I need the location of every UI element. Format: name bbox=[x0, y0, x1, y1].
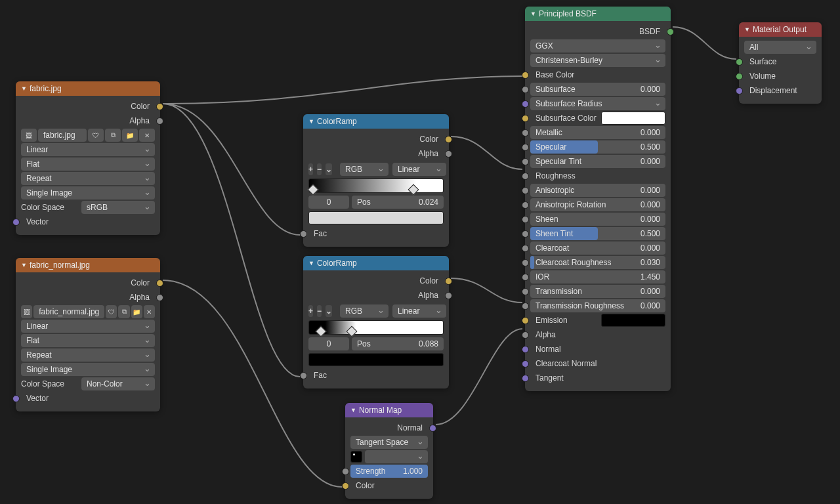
node-normal-map[interactable]: ▼Normal Map Normal Tangent Space Strengt… bbox=[345, 403, 433, 499]
socket-tangent-in[interactable] bbox=[522, 375, 529, 382]
socket-trans-in[interactable] bbox=[522, 288, 529, 295]
colorspace-select[interactable]: Non-Color bbox=[81, 377, 155, 390]
add-stop-button[interactable]: + bbox=[308, 305, 313, 317]
color-chip[interactable] bbox=[308, 211, 444, 224]
interp-select[interactable]: Linear bbox=[392, 304, 446, 318]
image-filename[interactable]: fabric.jpg bbox=[38, 129, 87, 142]
unlink-icon[interactable]: ✕ bbox=[144, 305, 155, 318]
socket-metallic-in[interactable] bbox=[522, 129, 529, 136]
spectint-field[interactable]: Specular Tint0.000 bbox=[530, 155, 665, 168]
sheen-field[interactable]: Sheen0.000 bbox=[530, 213, 665, 226]
target-select[interactable]: All bbox=[744, 41, 816, 54]
colormode-select[interactable]: RGB bbox=[340, 163, 388, 176]
socket-spectint-in[interactable] bbox=[522, 158, 529, 165]
distribution-select[interactable]: GGX bbox=[530, 39, 665, 52]
node-material-output[interactable]: ▼Material Output All Surface Volume Disp… bbox=[739, 22, 822, 104]
stop-index[interactable]: 0 bbox=[308, 196, 349, 209]
socket-fac-in[interactable] bbox=[300, 372, 307, 379]
menu-chevron-icon[interactable]: ⌄ bbox=[326, 163, 332, 175]
socket-clearr-in[interactable] bbox=[522, 259, 529, 266]
ssradius-select[interactable]: Subsurface Radius bbox=[530, 97, 665, 110]
socket-color-out[interactable] bbox=[445, 136, 452, 143]
node-header[interactable]: ▼ColorRamp bbox=[303, 256, 449, 270]
open-icon[interactable]: 📁 bbox=[122, 129, 138, 142]
node-image-texture-normal[interactable]: ▼fabric_normal.jpg Color Alpha 🖼 fabric_… bbox=[16, 258, 160, 411]
socket-vector-in[interactable] bbox=[12, 395, 20, 402]
image-filename[interactable]: fabric_normal.jpg bbox=[33, 305, 104, 318]
clearcoat-field[interactable]: Clearcoat0.000 bbox=[530, 242, 665, 255]
socket-strength-in[interactable] bbox=[342, 468, 349, 475]
colorspace-select[interactable]: sRGB bbox=[81, 201, 155, 214]
projection-select[interactable]: Flat bbox=[21, 158, 155, 171]
socket-alpha-out[interactable] bbox=[445, 292, 452, 299]
color-chip[interactable] bbox=[308, 353, 444, 366]
pos-value[interactable]: 0.024 bbox=[419, 196, 438, 209]
subsurface-field[interactable]: Subsurface0.000 bbox=[530, 83, 665, 96]
socket-subsurface-in[interactable] bbox=[522, 86, 529, 93]
socket-sscolor-in[interactable] bbox=[522, 115, 529, 122]
anisor-field[interactable]: Anisotropic Rotation0.000 bbox=[530, 198, 665, 211]
transmission-field[interactable]: Transmission0.000 bbox=[530, 285, 665, 298]
extension-select[interactable]: Repeat bbox=[21, 348, 155, 362]
stop-index[interactable]: 0 bbox=[308, 337, 349, 350]
socket-color-out[interactable] bbox=[156, 280, 163, 287]
socket-volume-in[interactable] bbox=[736, 73, 743, 80]
node-header[interactable]: ▼fabric.jpg bbox=[16, 81, 160, 96]
socket-color-out[interactable] bbox=[156, 103, 163, 110]
color-stop[interactable] bbox=[346, 326, 358, 337]
socket-alpha-out[interactable] bbox=[156, 294, 163, 301]
interpolation-select[interactable]: Linear bbox=[21, 320, 155, 333]
add-stop-button[interactable]: + bbox=[308, 163, 313, 175]
socket-anisor-in[interactable] bbox=[522, 201, 529, 209]
node-header[interactable]: ▼Principled BSDF bbox=[525, 7, 671, 21]
colormode-select[interactable]: RGB bbox=[340, 304, 388, 318]
source-select[interactable]: Single Image bbox=[21, 363, 155, 376]
socket-disp-in[interactable] bbox=[736, 87, 743, 94]
copy-icon[interactable]: ⧉ bbox=[105, 129, 121, 142]
open-icon[interactable]: 📁 bbox=[131, 305, 142, 318]
source-select[interactable]: Single Image bbox=[21, 186, 155, 200]
node-image-texture-fabric[interactable]: ▼fabric.jpg Color Alpha 🖼 fabric.jpg 🛡 ⧉… bbox=[16, 81, 160, 235]
node-header[interactable]: ▼fabric_normal.jpg bbox=[16, 258, 160, 272]
node-colorramp-1[interactable]: ▼ColorRamp Color Alpha + − ⌄ RGB Linear … bbox=[303, 114, 449, 247]
socket-alpha-out[interactable] bbox=[156, 117, 163, 125]
color-stop[interactable] bbox=[308, 184, 319, 196]
menu-chevron-icon[interactable]: ⌄ bbox=[326, 305, 332, 317]
socket-alpha-out[interactable] bbox=[445, 150, 452, 158]
socket-color-in[interactable] bbox=[342, 482, 349, 490]
socket-vector-in[interactable] bbox=[12, 219, 20, 226]
interp-select[interactable]: Linear bbox=[392, 163, 446, 176]
metallic-field[interactable]: Metallic0.000 bbox=[530, 126, 665, 139]
color-stop[interactable] bbox=[316, 326, 327, 337]
fake-user-icon[interactable]: 🛡 bbox=[106, 305, 117, 318]
remove-stop-button[interactable]: − bbox=[317, 163, 322, 175]
socket-aniso-in[interactable] bbox=[522, 187, 529, 194]
image-icon[interactable]: 🖼 bbox=[21, 305, 32, 318]
extension-select[interactable]: Repeat bbox=[21, 172, 155, 185]
uvmap-select[interactable] bbox=[365, 450, 428, 463]
socket-color-out[interactable] bbox=[445, 278, 452, 285]
clearcoat-rough-field[interactable]: Clearcoat Roughness0.030 bbox=[530, 256, 665, 269]
socket-fac-in[interactable] bbox=[300, 230, 307, 238]
socket-transr-in[interactable] bbox=[522, 303, 529, 310]
fake-user-icon[interactable]: 🛡 bbox=[88, 129, 104, 142]
socket-alpha-in[interactable] bbox=[522, 331, 529, 339]
copy-icon[interactable]: ⧉ bbox=[118, 305, 129, 318]
node-principled-bsdf[interactable]: ▼Principled BSDF BSDF GGX Christensen-Bu… bbox=[525, 7, 671, 391]
ior-field[interactable]: IOR1.450 bbox=[530, 270, 665, 284]
socket-sheen-in[interactable] bbox=[522, 216, 529, 223]
projection-select[interactable]: Flat bbox=[21, 334, 155, 347]
gradient-bar[interactable] bbox=[308, 178, 444, 193]
transmission-rough-field[interactable]: Transmission Roughness0.000 bbox=[530, 299, 665, 312]
remove-stop-button[interactable]: − bbox=[317, 305, 322, 317]
interpolation-select[interactable]: Linear bbox=[21, 143, 155, 156]
socket-cnormal-in[interactable] bbox=[522, 360, 529, 368]
image-icon[interactable]: 🖼 bbox=[21, 129, 37, 142]
node-colorramp-2[interactable]: ▼ColorRamp Color Alpha + − ⌄ RGB Linear … bbox=[303, 256, 449, 388]
socket-ior-in[interactable] bbox=[522, 274, 529, 281]
socket-ssradius-in[interactable] bbox=[522, 100, 529, 108]
socket-sheent-in[interactable] bbox=[522, 230, 529, 238]
pos-value[interactable]: 0.088 bbox=[419, 337, 438, 350]
socket-normal-in[interactable] bbox=[522, 346, 529, 353]
node-header[interactable]: ▼Normal Map bbox=[345, 403, 433, 417]
